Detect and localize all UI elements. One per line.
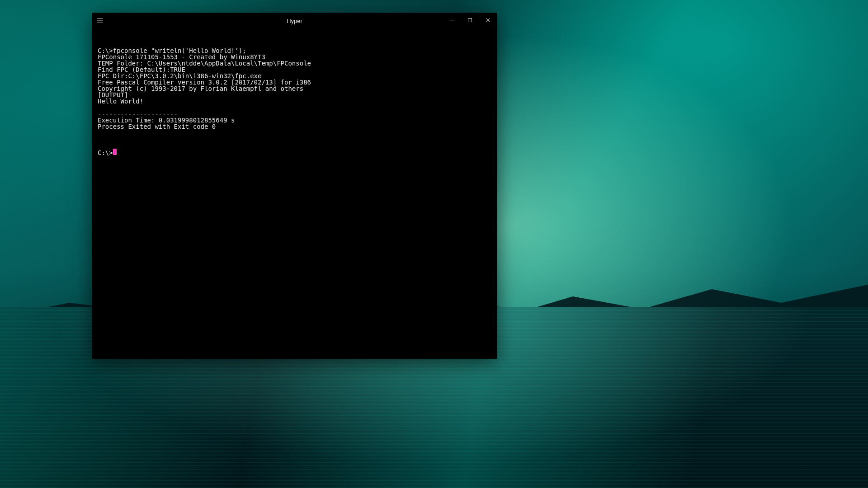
- hamburger-icon: [97, 17, 103, 25]
- terminal-line: Copyright (c) 1993-2017 by Florian Klaem…: [98, 85, 491, 92]
- terminal-line: C:\>fpconsole "writeln('Hello World!');: [98, 47, 491, 54]
- terminal-line: ---------------------: [98, 111, 491, 117]
- hamburger-menu-button[interactable]: [92, 13, 108, 28]
- terminal-line: Process Exited with Exit code 0: [98, 123, 491, 130]
- terminal-prompt-line: C:\>: [98, 149, 491, 156]
- terminal-line: TEMP Folder: C:\Users\ntdde\AppData\Loca…: [98, 60, 491, 66]
- terminal-line: [98, 104, 491, 111]
- window-controls: [443, 13, 497, 28]
- minimize-button[interactable]: [443, 13, 461, 28]
- titlebar[interactable]: Hyper: [92, 13, 497, 28]
- terminal-line: Execution Time: 0.0319998012855649 s: [98, 117, 491, 123]
- terminal-line: Find FPC (Default):TRUE: [98, 66, 491, 73]
- terminal-line: FPConsole 171105-1553 - Created by Winux…: [98, 54, 491, 60]
- terminal-line: [98, 130, 491, 136]
- maximize-button[interactable]: [461, 13, 479, 28]
- close-button[interactable]: [479, 13, 497, 28]
- terminal-line: Free Pascal Compiler version 3.0.2 [2017…: [98, 79, 491, 85]
- terminal-output[interactable]: C:\>fpconsole "writeln('Hello World!');F…: [92, 28, 497, 358]
- cursor-icon: [113, 149, 117, 155]
- terminal-line: FPC Dir:C:\FPC\3.0.2\bin\i386-win32\fpc.…: [98, 73, 491, 79]
- svg-rect-0: [468, 19, 472, 22]
- terminal-prompt: C:\>: [98, 150, 113, 156]
- close-icon: [486, 18, 491, 24]
- minimize-icon: [449, 18, 454, 24]
- terminal-line: [OUTPUT]: [98, 92, 491, 98]
- terminal-line: Hello World!: [98, 98, 491, 104]
- terminal-window: Hyper C:\>fpconsole "writeln('Hello Worl…: [92, 13, 497, 359]
- maximize-icon: [467, 18, 472, 24]
- window-title: Hyper: [92, 18, 497, 24]
